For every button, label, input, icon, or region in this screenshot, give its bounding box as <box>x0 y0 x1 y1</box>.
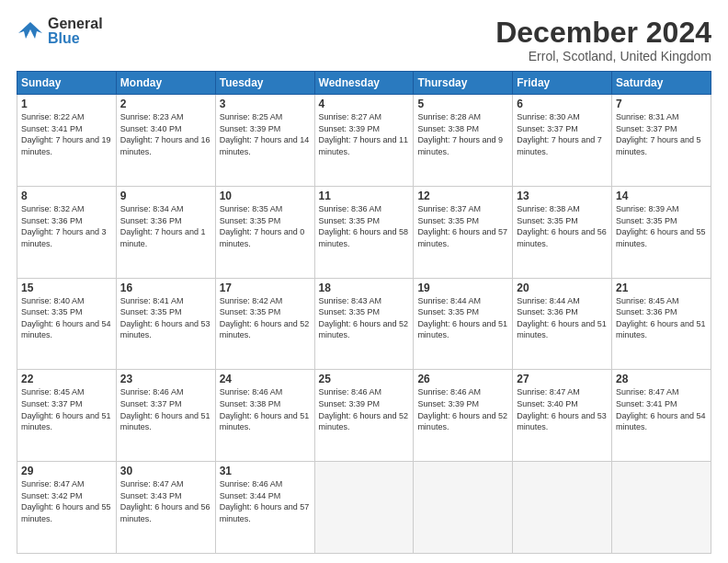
calendar-day-cell <box>314 462 414 554</box>
calendar-day-cell: 9Sunrise: 8:34 AMSunset: 3:36 PMDaylight… <box>116 186 215 278</box>
calendar-day-cell: 31Sunrise: 8:46 AMSunset: 3:44 PMDayligh… <box>215 462 314 554</box>
logo-blue: Blue <box>48 31 103 46</box>
calendar-week-row: 8Sunrise: 8:32 AMSunset: 3:36 PMDaylight… <box>17 186 711 278</box>
month-title: December 2024 <box>495 17 711 49</box>
calendar-day-cell <box>612 462 711 554</box>
day-info: Sunrise: 8:28 AMSunset: 3:38 PMDaylight:… <box>417 112 503 156</box>
weekday-header: Sunday <box>17 72 117 95</box>
calendar-day-cell: 1Sunrise: 8:22 AMSunset: 3:41 PMDaylight… <box>17 95 117 187</box>
day-info: Sunrise: 8:22 AMSunset: 3:41 PMDaylight:… <box>21 112 111 156</box>
day-info: Sunrise: 8:41 AMSunset: 3:35 PMDaylight:… <box>120 296 210 340</box>
day-number: 2 <box>120 98 211 110</box>
day-info: Sunrise: 8:39 AMSunset: 3:35 PMDaylight:… <box>616 204 706 248</box>
day-info: Sunrise: 8:35 AMSunset: 3:35 PMDaylight:… <box>220 204 305 248</box>
calendar-day-cell: 27Sunrise: 8:47 AMSunset: 3:40 PMDayligh… <box>513 370 612 462</box>
calendar-day-cell: 2Sunrise: 8:23 AMSunset: 3:40 PMDaylight… <box>116 95 215 187</box>
calendar-day-cell: 30Sunrise: 8:47 AMSunset: 3:43 PMDayligh… <box>116 462 215 554</box>
day-info: Sunrise: 8:46 AMSunset: 3:39 PMDaylight:… <box>319 387 409 431</box>
calendar-day-cell: 23Sunrise: 8:46 AMSunset: 3:37 PMDayligh… <box>116 370 215 462</box>
day-number: 29 <box>21 465 112 477</box>
day-number: 26 <box>417 373 508 385</box>
day-number: 13 <box>517 190 608 202</box>
logo-general: General <box>48 17 103 31</box>
weekday-header: Saturday <box>612 72 711 95</box>
day-number: 20 <box>517 282 608 294</box>
day-number: 7 <box>616 98 707 110</box>
calendar-day-cell: 4Sunrise: 8:27 AMSunset: 3:39 PMDaylight… <box>314 95 414 187</box>
title-block: December 2024 Errol, Scotland, United Ki… <box>495 17 711 63</box>
day-info: Sunrise: 8:46 AMSunset: 3:39 PMDaylight:… <box>417 387 507 431</box>
calendar-day-cell: 28Sunrise: 8:47 AMSunset: 3:41 PMDayligh… <box>612 370 711 462</box>
day-number: 24 <box>220 373 311 385</box>
calendar-page: General Blue December 2024 Errol, Scotla… <box>0 0 728 563</box>
day-number: 3 <box>220 98 311 110</box>
day-number: 27 <box>517 373 608 385</box>
day-info: Sunrise: 8:32 AMSunset: 3:36 PMDaylight:… <box>21 204 107 248</box>
calendar-day-cell: 14Sunrise: 8:39 AMSunset: 3:35 PMDayligh… <box>612 186 711 278</box>
calendar-week-row: 15Sunrise: 8:40 AMSunset: 3:35 PMDayligh… <box>17 278 711 370</box>
calendar-day-cell: 24Sunrise: 8:46 AMSunset: 3:38 PMDayligh… <box>215 370 314 462</box>
calendar-day-cell: 11Sunrise: 8:36 AMSunset: 3:35 PMDayligh… <box>314 186 414 278</box>
day-info: Sunrise: 8:36 AMSunset: 3:35 PMDaylight:… <box>319 204 409 248</box>
day-info: Sunrise: 8:38 AMSunset: 3:35 PMDaylight:… <box>517 204 607 248</box>
svg-marker-0 <box>18 22 42 39</box>
day-number: 28 <box>616 373 707 385</box>
day-number: 6 <box>517 98 608 110</box>
day-info: Sunrise: 8:47 AMSunset: 3:43 PMDaylight:… <box>120 479 210 523</box>
calendar-week-row: 22Sunrise: 8:45 AMSunset: 3:37 PMDayligh… <box>17 370 711 462</box>
logo-name: General Blue <box>48 17 103 46</box>
day-number: 31 <box>220 465 311 477</box>
calendar-day-cell: 8Sunrise: 8:32 AMSunset: 3:36 PMDaylight… <box>17 186 117 278</box>
day-info: Sunrise: 8:23 AMSunset: 3:40 PMDaylight:… <box>120 112 210 156</box>
day-number: 1 <box>21 98 112 110</box>
calendar-day-cell: 22Sunrise: 8:45 AMSunset: 3:37 PMDayligh… <box>17 370 117 462</box>
day-number: 11 <box>319 190 410 202</box>
day-number: 23 <box>120 373 211 385</box>
calendar-day-cell: 13Sunrise: 8:38 AMSunset: 3:35 PMDayligh… <box>513 186 612 278</box>
day-number: 4 <box>319 98 410 110</box>
day-info: Sunrise: 8:34 AMSunset: 3:36 PMDaylight:… <box>120 204 206 248</box>
calendar-day-cell: 26Sunrise: 8:46 AMSunset: 3:39 PMDayligh… <box>414 370 513 462</box>
day-info: Sunrise: 8:43 AMSunset: 3:35 PMDaylight:… <box>319 296 409 340</box>
calendar-day-cell: 25Sunrise: 8:46 AMSunset: 3:39 PMDayligh… <box>314 370 414 462</box>
day-number: 25 <box>319 373 410 385</box>
calendar-day-cell: 15Sunrise: 8:40 AMSunset: 3:35 PMDayligh… <box>17 278 117 370</box>
weekday-header: Tuesday <box>215 72 314 95</box>
day-info: Sunrise: 8:45 AMSunset: 3:37 PMDaylight:… <box>21 387 111 431</box>
calendar-day-cell <box>513 462 612 554</box>
day-info: Sunrise: 8:46 AMSunset: 3:37 PMDaylight:… <box>120 387 210 431</box>
calendar-day-cell: 6Sunrise: 8:30 AMSunset: 3:37 PMDaylight… <box>513 95 612 187</box>
header: General Blue December 2024 Errol, Scotla… <box>17 17 711 63</box>
weekday-header: Thursday <box>414 72 513 95</box>
day-number: 18 <box>319 282 410 294</box>
day-number: 17 <box>220 282 311 294</box>
weekday-header: Monday <box>116 72 215 95</box>
day-info: Sunrise: 8:42 AMSunset: 3:35 PMDaylight:… <box>220 296 310 340</box>
day-info: Sunrise: 8:25 AMSunset: 3:39 PMDaylight:… <box>220 112 310 156</box>
calendar-week-row: 29Sunrise: 8:47 AMSunset: 3:42 PMDayligh… <box>17 462 711 554</box>
day-number: 12 <box>417 190 508 202</box>
logo: General Blue <box>17 17 103 46</box>
calendar-day-cell: 5Sunrise: 8:28 AMSunset: 3:38 PMDaylight… <box>414 95 513 187</box>
day-number: 22 <box>21 373 112 385</box>
calendar-week-row: 1Sunrise: 8:22 AMSunset: 3:41 PMDaylight… <box>17 95 711 187</box>
day-info: Sunrise: 8:31 AMSunset: 3:37 PMDaylight:… <box>616 112 701 156</box>
weekday-header: Wednesday <box>314 72 414 95</box>
location: Errol, Scotland, United Kingdom <box>495 49 711 63</box>
day-number: 30 <box>120 465 211 477</box>
day-info: Sunrise: 8:47 AMSunset: 3:40 PMDaylight:… <box>517 387 607 431</box>
calendar-day-cell: 7Sunrise: 8:31 AMSunset: 3:37 PMDaylight… <box>612 95 711 187</box>
day-info: Sunrise: 8:47 AMSunset: 3:42 PMDaylight:… <box>21 479 111 523</box>
calendar-day-cell: 12Sunrise: 8:37 AMSunset: 3:35 PMDayligh… <box>414 186 513 278</box>
calendar-day-cell: 21Sunrise: 8:45 AMSunset: 3:36 PMDayligh… <box>612 278 711 370</box>
day-info: Sunrise: 8:47 AMSunset: 3:41 PMDaylight:… <box>616 387 706 431</box>
calendar-day-cell: 16Sunrise: 8:41 AMSunset: 3:35 PMDayligh… <box>116 278 215 370</box>
day-number: 16 <box>120 282 211 294</box>
day-number: 14 <box>616 190 707 202</box>
day-number: 19 <box>417 282 508 294</box>
calendar-day-cell: 29Sunrise: 8:47 AMSunset: 3:42 PMDayligh… <box>17 462 117 554</box>
calendar-day-cell <box>414 462 513 554</box>
weekday-header-row: SundayMondayTuesdayWednesdayThursdayFrid… <box>17 72 711 95</box>
day-info: Sunrise: 8:30 AMSunset: 3:37 PMDaylight:… <box>517 112 602 156</box>
logo-icon <box>17 20 44 42</box>
